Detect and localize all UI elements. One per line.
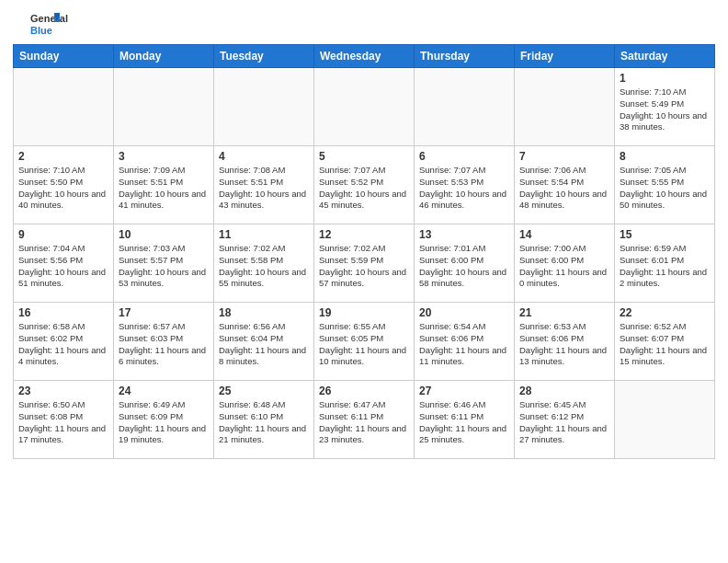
day-cell: 25Sunrise: 6:48 AM Sunset: 6:10 PM Dayli…	[214, 381, 314, 459]
week-row-5: 23Sunrise: 6:50 AM Sunset: 6:08 PM Dayli…	[14, 381, 715, 459]
day-info: Sunrise: 6:57 AM Sunset: 6:03 PM Dayligh…	[119, 321, 209, 368]
day-cell: 20Sunrise: 6:54 AM Sunset: 6:06 PM Dayli…	[415, 303, 515, 381]
day-info: Sunrise: 7:08 AM Sunset: 5:51 PM Dayligh…	[219, 165, 309, 212]
day-info: Sunrise: 7:06 AM Sunset: 5:54 PM Dayligh…	[519, 165, 609, 212]
day-info: Sunrise: 6:54 AM Sunset: 6:06 PM Dayligh…	[419, 321, 509, 368]
day-cell: 7Sunrise: 7:06 AM Sunset: 5:54 PM Daylig…	[515, 146, 615, 224]
day-info: Sunrise: 6:49 AM Sunset: 6:09 PM Dayligh…	[119, 399, 209, 446]
day-cell	[14, 68, 114, 146]
day-info: Sunrise: 7:02 AM Sunset: 5:59 PM Dayligh…	[319, 243, 409, 290]
day-info: Sunrise: 6:48 AM Sunset: 6:10 PM Dayligh…	[219, 399, 309, 446]
weekday-thursday: Thursday	[415, 45, 515, 68]
weekday-friday: Friday	[515, 45, 615, 68]
week-row-1: 1Sunrise: 7:10 AM Sunset: 5:49 PM Daylig…	[14, 68, 715, 146]
week-row-4: 16Sunrise: 6:58 AM Sunset: 6:02 PM Dayli…	[14, 303, 715, 381]
calendar-table: SundayMondayTuesdayWednesdayThursdayFrid…	[13, 44, 715, 459]
day-cell: 19Sunrise: 6:55 AM Sunset: 6:05 PM Dayli…	[314, 303, 415, 381]
day-info: Sunrise: 7:07 AM Sunset: 5:53 PM Dayligh…	[419, 165, 509, 212]
day-number: 3	[119, 150, 209, 163]
day-cell: 26Sunrise: 6:47 AM Sunset: 6:11 PM Dayli…	[314, 381, 415, 459]
day-number: 19	[319, 306, 409, 319]
logo: General Blue	[13, 9, 77, 39]
day-number: 1	[620, 72, 710, 85]
logo-icon: General Blue	[13, 9, 77, 39]
day-cell	[415, 68, 515, 146]
week-row-3: 9Sunrise: 7:04 AM Sunset: 5:56 PM Daylig…	[14, 224, 715, 303]
day-number: 21	[519, 306, 609, 319]
day-info: Sunrise: 6:47 AM Sunset: 6:11 PM Dayligh…	[319, 399, 409, 446]
day-cell: 12Sunrise: 7:02 AM Sunset: 5:59 PM Dayli…	[314, 224, 415, 303]
day-cell: 10Sunrise: 7:03 AM Sunset: 5:57 PM Dayli…	[114, 224, 214, 303]
day-info: Sunrise: 6:56 AM Sunset: 6:04 PM Dayligh…	[219, 321, 309, 368]
day-cell: 1Sunrise: 7:10 AM Sunset: 5:49 PM Daylig…	[615, 68, 715, 146]
day-number: 2	[18, 150, 108, 163]
svg-text:General: General	[30, 13, 68, 24]
day-cell	[314, 68, 415, 146]
day-info: Sunrise: 7:01 AM Sunset: 6:00 PM Dayligh…	[419, 243, 509, 290]
day-cell: 4Sunrise: 7:08 AM Sunset: 5:51 PM Daylig…	[214, 146, 314, 224]
weekday-sunday: Sunday	[14, 45, 114, 68]
day-number: 24	[119, 385, 209, 397]
day-number: 15	[620, 228, 710, 241]
day-number: 6	[419, 150, 509, 163]
day-info: Sunrise: 7:00 AM Sunset: 6:00 PM Dayligh…	[519, 243, 609, 290]
day-number: 16	[18, 306, 108, 319]
day-number: 9	[18, 228, 108, 241]
day-info: Sunrise: 6:59 AM Sunset: 6:01 PM Dayligh…	[620, 243, 710, 290]
day-number: 27	[419, 385, 509, 397]
day-number: 14	[519, 228, 609, 241]
day-info: Sunrise: 7:10 AM Sunset: 5:49 PM Dayligh…	[620, 86, 710, 133]
day-info: Sunrise: 7:09 AM Sunset: 5:51 PM Dayligh…	[119, 165, 209, 212]
day-number: 13	[419, 228, 509, 241]
day-info: Sunrise: 6:53 AM Sunset: 6:06 PM Dayligh…	[519, 321, 609, 368]
day-number: 25	[219, 385, 309, 397]
day-info: Sunrise: 7:03 AM Sunset: 5:57 PM Dayligh…	[119, 243, 209, 290]
day-cell: 6Sunrise: 7:07 AM Sunset: 5:53 PM Daylig…	[415, 146, 515, 224]
weekday-wednesday: Wednesday	[314, 45, 415, 68]
day-info: Sunrise: 7:04 AM Sunset: 5:56 PM Dayligh…	[18, 243, 108, 290]
day-cell: 2Sunrise: 7:10 AM Sunset: 5:50 PM Daylig…	[14, 146, 114, 224]
day-cell: 14Sunrise: 7:00 AM Sunset: 6:00 PM Dayli…	[515, 224, 615, 303]
day-cell: 22Sunrise: 6:52 AM Sunset: 6:07 PM Dayli…	[615, 303, 715, 381]
day-cell	[615, 381, 715, 459]
day-info: Sunrise: 6:46 AM Sunset: 6:11 PM Dayligh…	[419, 399, 509, 446]
day-cell	[515, 68, 615, 146]
day-cell: 17Sunrise: 6:57 AM Sunset: 6:03 PM Dayli…	[114, 303, 214, 381]
day-number: 8	[620, 150, 710, 163]
day-info: Sunrise: 6:52 AM Sunset: 6:07 PM Dayligh…	[620, 321, 710, 368]
day-info: Sunrise: 6:45 AM Sunset: 6:12 PM Dayligh…	[519, 399, 609, 446]
day-number: 7	[519, 150, 609, 163]
day-cell: 11Sunrise: 7:02 AM Sunset: 5:58 PM Dayli…	[214, 224, 314, 303]
day-cell: 27Sunrise: 6:46 AM Sunset: 6:11 PM Dayli…	[415, 381, 515, 459]
day-number: 17	[119, 306, 209, 319]
day-cell	[214, 68, 314, 146]
weekday-monday: Monday	[114, 45, 214, 68]
weekday-tuesday: Tuesday	[214, 45, 314, 68]
day-number: 22	[620, 306, 710, 319]
weekday-saturday: Saturday	[615, 45, 715, 68]
day-cell: 13Sunrise: 7:01 AM Sunset: 6:00 PM Dayli…	[415, 224, 515, 303]
day-info: Sunrise: 6:55 AM Sunset: 6:05 PM Dayligh…	[319, 321, 409, 368]
day-number: 23	[18, 385, 108, 397]
day-number: 18	[219, 306, 309, 319]
day-info: Sunrise: 7:10 AM Sunset: 5:50 PM Dayligh…	[18, 165, 108, 212]
day-info: Sunrise: 7:02 AM Sunset: 5:58 PM Dayligh…	[219, 243, 309, 290]
day-number: 11	[219, 228, 309, 241]
day-cell: 23Sunrise: 6:50 AM Sunset: 6:08 PM Dayli…	[14, 381, 114, 459]
day-cell: 18Sunrise: 6:56 AM Sunset: 6:04 PM Dayli…	[214, 303, 314, 381]
day-cell: 24Sunrise: 6:49 AM Sunset: 6:09 PM Dayli…	[114, 381, 214, 459]
day-info: Sunrise: 6:50 AM Sunset: 6:08 PM Dayligh…	[18, 399, 108, 446]
day-info: Sunrise: 7:07 AM Sunset: 5:52 PM Dayligh…	[319, 165, 409, 212]
day-number: 12	[319, 228, 409, 241]
day-cell: 15Sunrise: 6:59 AM Sunset: 6:01 PM Dayli…	[615, 224, 715, 303]
day-cell: 3Sunrise: 7:09 AM Sunset: 5:51 PM Daylig…	[114, 146, 214, 224]
header: General Blue	[13, 9, 715, 39]
day-cell: 5Sunrise: 7:07 AM Sunset: 5:52 PM Daylig…	[314, 146, 415, 224]
day-number: 28	[519, 385, 609, 397]
page: General Blue SundayMondayTuesdayWednesda…	[0, 0, 728, 563]
day-cell: 9Sunrise: 7:04 AM Sunset: 5:56 PM Daylig…	[14, 224, 114, 303]
day-cell: 8Sunrise: 7:05 AM Sunset: 5:55 PM Daylig…	[615, 146, 715, 224]
weekday-header-row: SundayMondayTuesdayWednesdayThursdayFrid…	[14, 45, 715, 68]
day-number: 10	[119, 228, 209, 241]
day-cell: 28Sunrise: 6:45 AM Sunset: 6:12 PM Dayli…	[515, 381, 615, 459]
